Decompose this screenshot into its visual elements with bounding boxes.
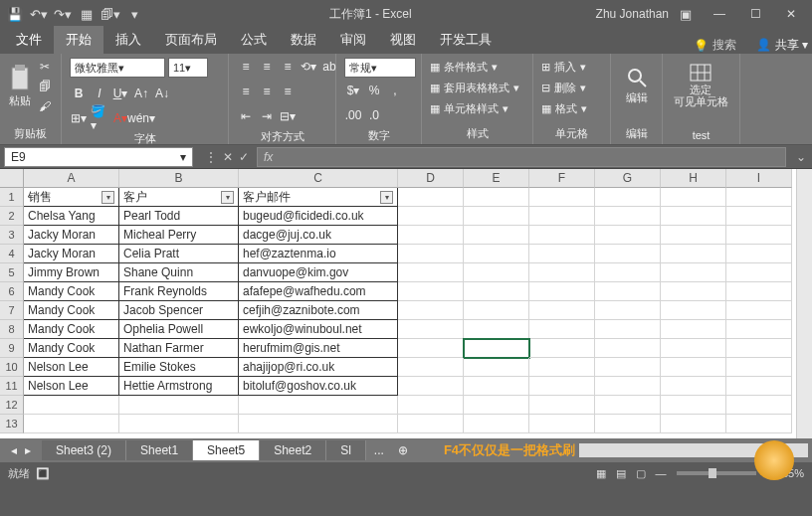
formula-bar[interactable]: fx (257, 147, 786, 167)
cell[interactable] (661, 320, 726, 339)
cell[interactable]: 客户邮件▾ (239, 188, 398, 207)
zoom-slider[interactable] (677, 471, 756, 475)
cell[interactable] (529, 415, 595, 433)
cell[interactable] (595, 301, 661, 320)
tab-layout[interactable]: 页面布局 (153, 26, 229, 54)
cell[interactable]: Jimmy Brown (24, 263, 119, 282)
cell[interactable] (661, 301, 726, 320)
cell[interactable] (398, 396, 464, 415)
row-header[interactable]: 6 (0, 282, 24, 301)
name-box[interactable]: E9▾ (4, 147, 193, 167)
cell[interactable]: Pearl Todd (119, 207, 239, 226)
select-all-corner[interactable] (0, 169, 24, 188)
tab-file[interactable]: 文件 (4, 26, 54, 54)
tell-me-search[interactable]: 💡 搜索 (694, 37, 744, 54)
cell[interactable] (529, 282, 595, 301)
col-header[interactable]: B (119, 169, 239, 188)
row-header[interactable]: 11 (0, 377, 24, 396)
cell[interactable] (595, 226, 661, 245)
accept-fx-icon[interactable]: ✓ (239, 150, 249, 164)
cell[interactable]: Hettie Armstrong (119, 377, 239, 396)
cell[interactable]: dacge@juj.co.uk (239, 226, 398, 245)
cell[interactable]: hef@zaztenma.io (239, 245, 398, 263)
tab-review[interactable]: 审阅 (328, 26, 378, 54)
cell[interactable] (529, 207, 595, 226)
cell-styles-button[interactable]: ▦ 单元格样式 ▾ (430, 99, 508, 117)
view-layout-icon[interactable]: ▤ (616, 467, 626, 480)
comma-icon[interactable]: , (386, 82, 404, 99)
col-header[interactable]: A (24, 169, 119, 188)
underline-button[interactable]: U▾ (111, 85, 129, 102)
tab-data[interactable]: 数据 (279, 26, 328, 54)
cell[interactable] (595, 282, 661, 301)
cell[interactable] (119, 396, 239, 415)
col-header[interactable]: F (529, 169, 595, 188)
cell[interactable] (726, 263, 792, 282)
indent-inc-icon[interactable]: ⇥ (258, 107, 276, 125)
currency-icon[interactable]: $▾ (344, 82, 362, 99)
cell[interactable] (464, 263, 529, 282)
cell[interactable] (398, 207, 464, 226)
cell[interactable] (398, 282, 464, 301)
cell[interactable] (398, 226, 464, 245)
border-button[interactable]: ⊞▾ (70, 109, 88, 127)
qat-icon2[interactable]: 🗐▾ (100, 3, 121, 25)
align-bot-icon[interactable]: ≡ (279, 58, 297, 76)
font-name-select[interactable]: 微软雅黑 ▾ (70, 58, 165, 78)
cell[interactable] (464, 358, 529, 377)
row-header[interactable]: 10 (0, 358, 24, 377)
tab-formulas[interactable]: 公式 (229, 26, 279, 54)
redo-icon[interactable]: ↷▾ (52, 3, 74, 25)
cell[interactable]: Micheal Perry (119, 226, 239, 245)
cell[interactable]: 客户▾ (119, 188, 239, 207)
cell[interactable] (661, 245, 726, 263)
cell[interactable] (726, 358, 792, 377)
sheet-tab[interactable]: Sheet2 (260, 440, 326, 460)
tab-more[interactable]: ... (366, 440, 392, 460)
view-break-icon[interactable]: ▢ (636, 467, 646, 480)
cell[interactable] (661, 377, 726, 396)
row-header[interactable]: 2 (0, 207, 24, 226)
ribbon-options-icon[interactable]: ▣ (675, 3, 697, 25)
cell[interactable]: Mandy Cook (24, 339, 119, 358)
row-header[interactable]: 3 (0, 226, 24, 245)
delete-cells-button[interactable]: ⊟ 删除 ▾ (541, 79, 586, 96)
cell[interactable] (398, 245, 464, 263)
format-painter-icon[interactable]: 🖌 (36, 97, 54, 115)
cell[interactable] (726, 377, 792, 396)
sheet-tab[interactable]: Sl (326, 440, 366, 460)
cell[interactable] (661, 263, 726, 282)
cell[interactable] (726, 301, 792, 320)
align-center-icon[interactable]: ≡ (258, 83, 276, 100)
shrink-font-icon[interactable]: A↓ (153, 85, 171, 102)
view-normal-icon[interactable]: ▦ (596, 467, 606, 480)
cell[interactable] (464, 207, 529, 226)
cell[interactable] (239, 415, 398, 433)
cell[interactable] (595, 396, 661, 415)
cell[interactable] (661, 396, 726, 415)
row-header[interactable]: 8 (0, 320, 24, 339)
cell[interactable] (595, 339, 661, 358)
cell[interactable] (595, 358, 661, 377)
cell[interactable] (464, 245, 529, 263)
qat-more-icon[interactable]: ▾ (123, 3, 145, 25)
cell[interactable] (529, 245, 595, 263)
cell[interactable] (529, 320, 595, 339)
cell[interactable] (464, 320, 529, 339)
dec-decimal-icon[interactable]: .0 (365, 106, 383, 124)
cell[interactable] (398, 301, 464, 320)
tab-developer[interactable]: 开发工具 (428, 26, 504, 54)
cell[interactable] (595, 377, 661, 396)
cell[interactable]: Jacky Moran (24, 226, 119, 245)
cut-icon[interactable]: ✂ (36, 58, 54, 76)
cell[interactable] (398, 339, 464, 358)
align-top-icon[interactable]: ≡ (237, 58, 255, 76)
cell[interactable]: Mandy Cook (24, 282, 119, 301)
cell[interactable] (661, 188, 726, 207)
cell[interactable]: herufmim@gis.net (239, 339, 398, 358)
filter-icon[interactable]: ▾ (380, 191, 393, 204)
cell[interactable] (726, 226, 792, 245)
row-header[interactable]: 5 (0, 263, 24, 282)
close-button[interactable]: ✕ (774, 3, 808, 25)
cell[interactable]: Nelson Lee (24, 358, 119, 377)
